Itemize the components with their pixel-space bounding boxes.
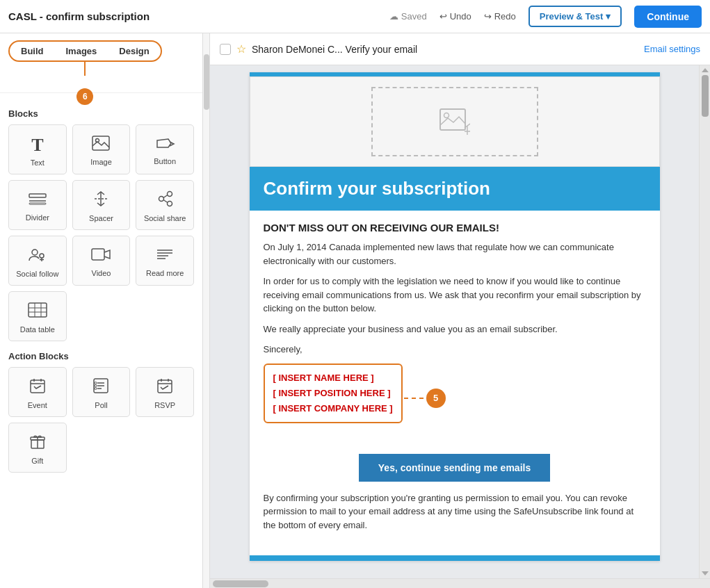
- block-read-more[interactable]: Read more: [136, 236, 194, 286]
- svg-point-12: [32, 250, 38, 255]
- tab-images[interactable]: Images: [55, 42, 108, 60]
- divider-block-icon: [28, 191, 47, 211]
- chevron-down-icon: ▾: [606, 11, 611, 22]
- body-para3: We really appreciate your business and v…: [264, 322, 646, 336]
- email-settings-link[interactable]: Email settings: [644, 44, 700, 54]
- email-header: ☆ Sharon DeMonei C... Verify your email …: [210, 33, 710, 65]
- block-social-share-label: Social share: [144, 214, 186, 222]
- svg-rect-37: [158, 380, 172, 393]
- block-gift-label: Gift: [31, 457, 43, 465]
- block-data-table-label: Data table: [20, 325, 55, 334]
- block-spacer-label: Spacer: [89, 214, 113, 222]
- svg-rect-26: [31, 380, 45, 393]
- svg-point-9: [168, 202, 172, 206]
- gift-block-icon: [29, 433, 46, 454]
- svg-point-35: [95, 385, 97, 387]
- preview-test-button[interactable]: Preview & Test ▾: [529, 6, 622, 27]
- blocks-section-title: Blocks: [8, 108, 194, 119]
- cta-button[interactable]: Yes, continue sending me emails: [359, 454, 550, 482]
- block-text[interactable]: T Text: [8, 124, 67, 174]
- block-social-follow-label: Social follow: [16, 270, 58, 278]
- svg-rect-21: [29, 303, 47, 317]
- sincerely: Sincerely,: [264, 343, 646, 357]
- block-social-follow[interactable]: Social follow: [8, 236, 67, 286]
- svg-point-8: [168, 192, 172, 197]
- text-block-icon: T: [31, 135, 43, 156]
- body-para2: In order for us to comply with the legis…: [264, 275, 646, 316]
- spacer-block-icon: [92, 190, 110, 211]
- button-block-icon: [154, 136, 175, 154]
- read-more-block-icon: [156, 247, 174, 266]
- tab-build[interactable]: Build: [10, 42, 55, 60]
- block-image[interactable]: Image: [72, 124, 131, 174]
- svg-point-7: [159, 197, 164, 202]
- block-read-more-label: Read more: [146, 269, 184, 277]
- email-canvas: Confirm your subscription DON'T MISS OUT…: [250, 72, 660, 561]
- block-rsvp[interactable]: RSVP: [136, 367, 194, 417]
- star-icon[interactable]: ☆: [236, 42, 246, 56]
- social-share-block-icon: [156, 190, 174, 211]
- block-gift[interactable]: Gift: [8, 423, 67, 473]
- undo-icon: ↩: [439, 11, 447, 22]
- redo-button[interactable]: ↪ Redo: [484, 11, 516, 22]
- body-heading: DON'T MISS OUT ON RECEIVING OUR EMAILS!: [264, 222, 646, 234]
- badge-6: 6: [76, 88, 93, 105]
- block-event[interactable]: Event: [8, 367, 67, 417]
- svg-point-36: [95, 388, 97, 390]
- cloud-icon: ☁: [389, 11, 398, 22]
- blocks-grid: T Text Image: [8, 124, 194, 341]
- banner-title: Confirm your subscription: [264, 178, 646, 199]
- block-video[interactable]: Video: [72, 236, 131, 286]
- svg-rect-16: [92, 249, 104, 260]
- event-block-icon: [29, 377, 46, 398]
- block-event-label: Event: [28, 401, 47, 409]
- block-rsvp-label: RSVP: [154, 401, 175, 409]
- body-para1: On July 1, 2014 Canada implemented new l…: [264, 240, 646, 268]
- bottom-scrollbar[interactable]: [210, 578, 710, 588]
- badge-5: 5: [426, 389, 446, 408]
- sig-company: [ INSERT COMPANY HERE ]: [273, 401, 393, 416]
- block-video-label: Video: [92, 269, 111, 277]
- svg-line-11: [163, 200, 168, 203]
- continue-button[interactable]: Continue: [634, 6, 702, 28]
- svg-point-45: [444, 113, 449, 118]
- sig-position: [ INSERT POSITION HERE ]: [273, 386, 393, 401]
- action-blocks-section-title: Action Blocks: [8, 351, 194, 361]
- sig-name: [ INSERT NAME HERE ]: [273, 370, 393, 386]
- data-table-block-icon: [28, 302, 47, 322]
- svg-point-13: [40, 254, 44, 258]
- email-select-checkbox[interactable]: [220, 44, 231, 55]
- email-subject: Sharon DeMonei C... Verify your email: [252, 44, 417, 55]
- email-banner: Confirm your subscription: [250, 167, 660, 211]
- svg-point-34: [95, 382, 97, 384]
- poll-block-icon: [92, 377, 109, 398]
- block-divider[interactable]: Divider: [8, 180, 67, 230]
- bottom-scroll-thumb: [213, 580, 268, 587]
- page-title: CASL - confirm subscription: [8, 10, 389, 22]
- redo-icon: ↪: [484, 11, 492, 22]
- email-canvas-wrap: Confirm your subscription DON'T MISS OUT…: [210, 65, 699, 578]
- saved-indicator: ☁ Saved: [389, 11, 427, 22]
- block-poll[interactable]: Poll: [72, 367, 131, 417]
- svg-rect-4: [29, 203, 46, 204]
- block-social-share[interactable]: Social share: [136, 180, 194, 230]
- block-spacer[interactable]: Spacer: [72, 180, 131, 230]
- action-blocks-grid: Event: [8, 367, 194, 473]
- block-divider-label: Divider: [26, 213, 49, 222]
- block-image-label: Image: [90, 158, 112, 166]
- video-block-icon: [91, 247, 111, 266]
- block-data-table[interactable]: Data table: [8, 291, 67, 341]
- tab-design[interactable]: Design: [108, 42, 160, 60]
- email-image-placeholder[interactable]: [250, 76, 660, 167]
- sidebar-tab-group: Build Images Design: [8, 40, 162, 62]
- block-text-label: Text: [31, 158, 45, 167]
- block-poll-label: Poll: [95, 401, 107, 409]
- block-button[interactable]: Button: [136, 124, 194, 174]
- undo-button[interactable]: ↩ Undo: [439, 11, 471, 22]
- image-block-icon: [92, 136, 110, 155]
- svg-rect-2: [29, 194, 46, 197]
- svg-line-10: [163, 195, 168, 198]
- signature-box: [ INSERT NAME HERE ] [ INSERT POSITION H…: [264, 364, 403, 423]
- block-button-label: Button: [154, 157, 176, 165]
- email-body: DON'T MISS OUT ON RECEIVING OUR EMAILS! …: [250, 211, 660, 550]
